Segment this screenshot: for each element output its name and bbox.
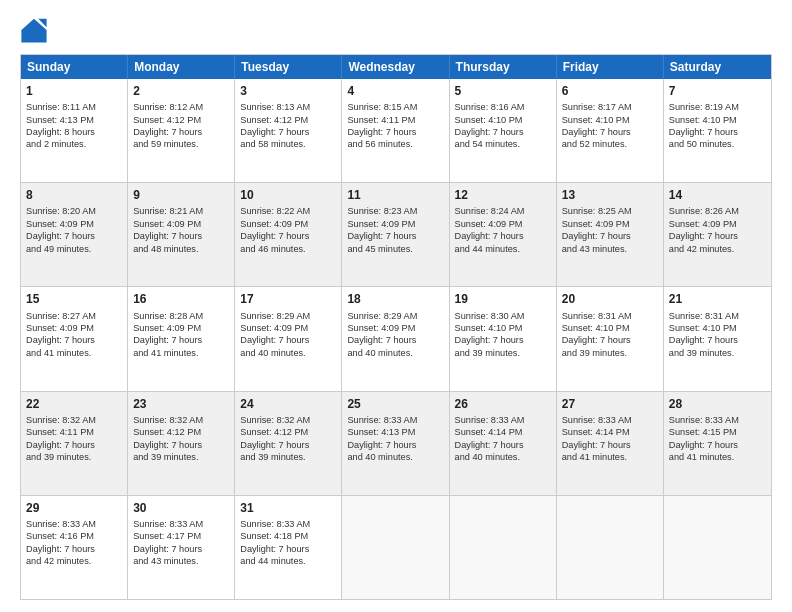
cal-cell-3-2: 16Sunrise: 8:28 AM Sunset: 4:09 PM Dayli…: [128, 287, 235, 390]
cal-cell-3-4: 18Sunrise: 8:29 AM Sunset: 4:09 PM Dayli…: [342, 287, 449, 390]
cal-cell-1-3: 3Sunrise: 8:13 AM Sunset: 4:12 PM Daylig…: [235, 79, 342, 182]
cal-cell-4-7: 28Sunrise: 8:33 AM Sunset: 4:15 PM Dayli…: [664, 392, 771, 495]
cell-data: Sunrise: 8:33 AM Sunset: 4:17 PM Dayligh…: [133, 518, 229, 568]
day-number: 27: [562, 396, 658, 412]
header: [20, 16, 772, 44]
cal-cell-1-4: 4Sunrise: 8:15 AM Sunset: 4:11 PM Daylig…: [342, 79, 449, 182]
day-number: 12: [455, 187, 551, 203]
cal-cell-3-6: 20Sunrise: 8:31 AM Sunset: 4:10 PM Dayli…: [557, 287, 664, 390]
cal-cell-3-7: 21Sunrise: 8:31 AM Sunset: 4:10 PM Dayli…: [664, 287, 771, 390]
day-number: 8: [26, 187, 122, 203]
cell-data: Sunrise: 8:28 AM Sunset: 4:09 PM Dayligh…: [133, 310, 229, 360]
day-number: 28: [669, 396, 766, 412]
cell-data: Sunrise: 8:13 AM Sunset: 4:12 PM Dayligh…: [240, 101, 336, 151]
cell-data: Sunrise: 8:32 AM Sunset: 4:11 PM Dayligh…: [26, 414, 122, 464]
cal-cell-4-1: 22Sunrise: 8:32 AM Sunset: 4:11 PM Dayli…: [21, 392, 128, 495]
day-number: 29: [26, 500, 122, 516]
cal-cell-3-3: 17Sunrise: 8:29 AM Sunset: 4:09 PM Dayli…: [235, 287, 342, 390]
day-number: 14: [669, 187, 766, 203]
cell-data: Sunrise: 8:22 AM Sunset: 4:09 PM Dayligh…: [240, 205, 336, 255]
day-number: 10: [240, 187, 336, 203]
cal-cell-4-3: 24Sunrise: 8:32 AM Sunset: 4:12 PM Dayli…: [235, 392, 342, 495]
day-number: 4: [347, 83, 443, 99]
day-number: 15: [26, 291, 122, 307]
day-number: 20: [562, 291, 658, 307]
cell-data: Sunrise: 8:24 AM Sunset: 4:09 PM Dayligh…: [455, 205, 551, 255]
day-number: 23: [133, 396, 229, 412]
cell-data: Sunrise: 8:30 AM Sunset: 4:10 PM Dayligh…: [455, 310, 551, 360]
cal-cell-4-5: 26Sunrise: 8:33 AM Sunset: 4:14 PM Dayli…: [450, 392, 557, 495]
cal-cell-5-2: 30Sunrise: 8:33 AM Sunset: 4:17 PM Dayli…: [128, 496, 235, 599]
cell-data: Sunrise: 8:15 AM Sunset: 4:11 PM Dayligh…: [347, 101, 443, 151]
cell-data: Sunrise: 8:31 AM Sunset: 4:10 PM Dayligh…: [562, 310, 658, 360]
cell-data: Sunrise: 8:26 AM Sunset: 4:09 PM Dayligh…: [669, 205, 766, 255]
cell-data: Sunrise: 8:31 AM Sunset: 4:10 PM Dayligh…: [669, 310, 766, 360]
calendar-week-3: 15Sunrise: 8:27 AM Sunset: 4:09 PM Dayli…: [21, 286, 771, 390]
cal-cell-1-7: 7Sunrise: 8:19 AM Sunset: 4:10 PM Daylig…: [664, 79, 771, 182]
day-number: 31: [240, 500, 336, 516]
cal-cell-2-5: 12Sunrise: 8:24 AM Sunset: 4:09 PM Dayli…: [450, 183, 557, 286]
cal-cell-5-7: [664, 496, 771, 599]
day-number: 26: [455, 396, 551, 412]
cal-cell-1-2: 2Sunrise: 8:12 AM Sunset: 4:12 PM Daylig…: [128, 79, 235, 182]
day-number: 17: [240, 291, 336, 307]
cell-data: Sunrise: 8:33 AM Sunset: 4:14 PM Dayligh…: [562, 414, 658, 464]
cal-cell-2-3: 10Sunrise: 8:22 AM Sunset: 4:09 PM Dayli…: [235, 183, 342, 286]
header-cell-monday: Monday: [128, 55, 235, 79]
calendar: SundayMondayTuesdayWednesdayThursdayFrid…: [20, 54, 772, 600]
cal-cell-2-4: 11Sunrise: 8:23 AM Sunset: 4:09 PM Dayli…: [342, 183, 449, 286]
cell-data: Sunrise: 8:32 AM Sunset: 4:12 PM Dayligh…: [133, 414, 229, 464]
cal-cell-2-6: 13Sunrise: 8:25 AM Sunset: 4:09 PM Dayli…: [557, 183, 664, 286]
day-number: 3: [240, 83, 336, 99]
day-number: 7: [669, 83, 766, 99]
cell-data: Sunrise: 8:12 AM Sunset: 4:12 PM Dayligh…: [133, 101, 229, 151]
cell-data: Sunrise: 8:29 AM Sunset: 4:09 PM Dayligh…: [240, 310, 336, 360]
cell-data: Sunrise: 8:33 AM Sunset: 4:15 PM Dayligh…: [669, 414, 766, 464]
cell-data: Sunrise: 8:19 AM Sunset: 4:10 PM Dayligh…: [669, 101, 766, 151]
day-number: 1: [26, 83, 122, 99]
cal-cell-5-5: [450, 496, 557, 599]
cell-data: Sunrise: 8:33 AM Sunset: 4:18 PM Dayligh…: [240, 518, 336, 568]
cell-data: Sunrise: 8:25 AM Sunset: 4:09 PM Dayligh…: [562, 205, 658, 255]
header-cell-tuesday: Tuesday: [235, 55, 342, 79]
cell-data: Sunrise: 8:32 AM Sunset: 4:12 PM Dayligh…: [240, 414, 336, 464]
cell-data: Sunrise: 8:20 AM Sunset: 4:09 PM Dayligh…: [26, 205, 122, 255]
page: SundayMondayTuesdayWednesdayThursdayFrid…: [0, 0, 792, 612]
cal-cell-5-4: [342, 496, 449, 599]
calendar-body: 1Sunrise: 8:11 AM Sunset: 4:13 PM Daylig…: [21, 79, 771, 599]
day-number: 24: [240, 396, 336, 412]
cal-cell-2-7: 14Sunrise: 8:26 AM Sunset: 4:09 PM Dayli…: [664, 183, 771, 286]
calendar-week-2: 8Sunrise: 8:20 AM Sunset: 4:09 PM Daylig…: [21, 182, 771, 286]
cal-cell-4-6: 27Sunrise: 8:33 AM Sunset: 4:14 PM Dayli…: [557, 392, 664, 495]
day-number: 16: [133, 291, 229, 307]
cal-cell-5-1: 29Sunrise: 8:33 AM Sunset: 4:16 PM Dayli…: [21, 496, 128, 599]
cal-cell-4-4: 25Sunrise: 8:33 AM Sunset: 4:13 PM Dayli…: [342, 392, 449, 495]
cal-cell-1-5: 5Sunrise: 8:16 AM Sunset: 4:10 PM Daylig…: [450, 79, 557, 182]
day-number: 11: [347, 187, 443, 203]
day-number: 5: [455, 83, 551, 99]
calendar-week-1: 1Sunrise: 8:11 AM Sunset: 4:13 PM Daylig…: [21, 79, 771, 182]
cal-cell-4-2: 23Sunrise: 8:32 AM Sunset: 4:12 PM Dayli…: [128, 392, 235, 495]
cal-cell-1-6: 6Sunrise: 8:17 AM Sunset: 4:10 PM Daylig…: [557, 79, 664, 182]
day-number: 9: [133, 187, 229, 203]
cell-data: Sunrise: 8:33 AM Sunset: 4:14 PM Dayligh…: [455, 414, 551, 464]
logo-icon: [20, 16, 48, 44]
header-cell-wednesday: Wednesday: [342, 55, 449, 79]
cell-data: Sunrise: 8:11 AM Sunset: 4:13 PM Dayligh…: [26, 101, 122, 151]
day-number: 2: [133, 83, 229, 99]
day-number: 6: [562, 83, 658, 99]
cal-cell-2-1: 8Sunrise: 8:20 AM Sunset: 4:09 PM Daylig…: [21, 183, 128, 286]
cell-data: Sunrise: 8:23 AM Sunset: 4:09 PM Dayligh…: [347, 205, 443, 255]
day-number: 21: [669, 291, 766, 307]
day-number: 25: [347, 396, 443, 412]
cal-cell-3-1: 15Sunrise: 8:27 AM Sunset: 4:09 PM Dayli…: [21, 287, 128, 390]
calendar-header: SundayMondayTuesdayWednesdayThursdayFrid…: [21, 55, 771, 79]
day-number: 13: [562, 187, 658, 203]
calendar-week-5: 29Sunrise: 8:33 AM Sunset: 4:16 PM Dayli…: [21, 495, 771, 599]
header-cell-saturday: Saturday: [664, 55, 771, 79]
cal-cell-1-1: 1Sunrise: 8:11 AM Sunset: 4:13 PM Daylig…: [21, 79, 128, 182]
header-cell-friday: Friday: [557, 55, 664, 79]
logo: [20, 16, 52, 44]
cell-data: Sunrise: 8:17 AM Sunset: 4:10 PM Dayligh…: [562, 101, 658, 151]
cal-cell-5-6: [557, 496, 664, 599]
